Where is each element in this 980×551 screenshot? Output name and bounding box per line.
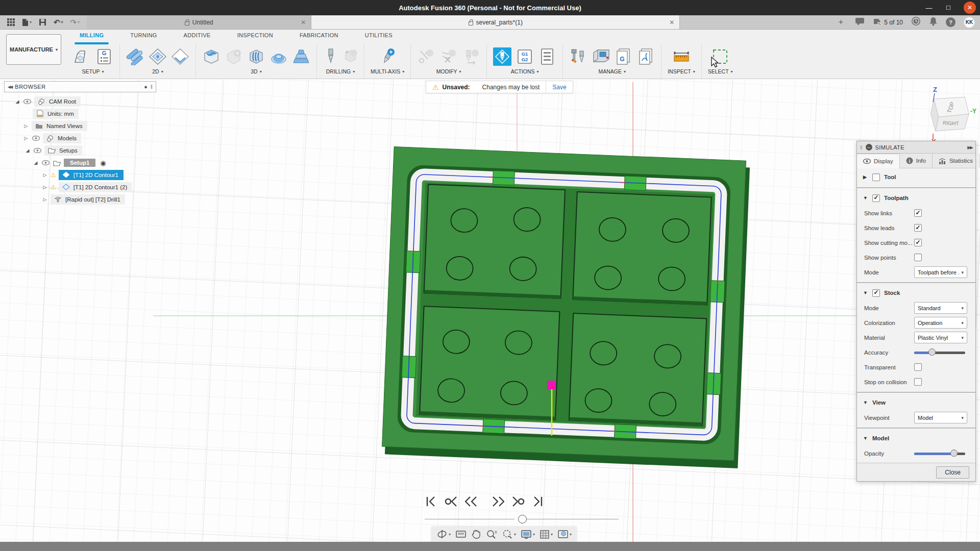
expand-icon[interactable]: ▷ [42,185,48,190]
timeline-track-left[interactable] [425,519,514,519]
toolpath-checkbox[interactable] [872,194,880,202]
help-icon[interactable]: ? [946,17,955,27]
swarf-icon[interactable] [378,47,397,66]
scallop-icon[interactable] [270,47,288,66]
tab-turning[interactable]: TURNING [117,30,170,43]
section-stock[interactable]: ▼ Stock [857,285,975,300]
visibility-eye-icon[interactable] [41,159,50,167]
ncprogram-icon[interactable]: G [95,47,113,66]
zoom-window-icon[interactable]: ▾ [502,529,516,539]
drill-icon[interactable] [323,47,338,66]
expand-icon[interactable]: ▷ [42,172,48,178]
expand-icon[interactable]: ▷ [23,123,29,129]
section-tool[interactable]: ▶ Tool [857,169,975,185]
tree-item-units[interactable]: Units: mm [4,108,156,120]
simulate-icon-active[interactable] [493,47,511,66]
expand-icon[interactable]: ▷ [42,197,48,202]
opacity-slider[interactable] [914,449,965,457]
collapse-icon[interactable]: ▼ [863,400,868,405]
user-avatar[interactable]: KK [964,17,975,28]
post-process-icon[interactable]: G1G2 [516,47,534,66]
tree-item-models[interactable]: ▷ Models [4,132,156,144]
collapse-icon[interactable]: ▼ [863,436,868,441]
previous-operation-button[interactable] [444,495,459,508]
section-view[interactable]: ▼ View [857,395,975,410]
grid-snap-icon[interactable]: ▾ [540,530,553,539]
delete-passes-icon-disabled[interactable] [439,47,458,66]
viewport-canvas[interactable]: ◀◀ BROWSER ● ‖ ◢ CAM Root Units: mm ▷ Na… [0,80,980,542]
hole-recognition-icon-disabled[interactable] [342,47,358,66]
expand-icon[interactable]: ▷ [23,136,29,141]
notifications-bell-icon[interactable] [929,17,938,28]
tree-item-contour1[interactable]: ▷ ⚠ [T1] 2D Contour1 [4,169,156,181]
collapse-icon[interactable]: ▼ [863,290,868,295]
tree-item-contour1-2[interactable]: ▷ ⚠ [T1] 2D Contour1 (2) [4,181,156,193]
panel-collapse-icon[interactable]: – [866,144,872,151]
expand-icon[interactable]: ◢ [33,160,39,165]
tree-item-setup1[interactable]: ◢ Setup1 ◉ [4,157,156,169]
tree-item-drill1[interactable]: ▷ [Rapid out] [T2] Drill1 [4,193,156,206]
go-to-start-button[interactable] [424,495,439,508]
visibility-eye-icon[interactable] [23,98,32,106]
undo-icon[interactable]: ↶▾ [54,18,63,27]
tree-item-cam-root[interactable]: ◢ CAM Root [4,95,156,108]
go-to-end-button[interactable] [530,495,546,508]
tab-display[interactable]: Display [857,154,900,168]
expand-icon[interactable]: ◢ [14,99,20,104]
tab-utilities[interactable]: UTILITIES [352,30,406,43]
job-history-clock-icon[interactable] [911,16,921,28]
visibility-eye-icon[interactable] [33,147,42,155]
zoom-icon[interactable]: ± [486,529,497,539]
document-tab-untitled[interactable]: Untitled ✕ [87,15,311,29]
simulation-timeline[interactable] [0,514,980,524]
view-cube[interactable]: TOP RIGHT Z -Y X [918,80,979,146]
adaptive-clearing-icon[interactable] [202,47,220,66]
document-tab-several-parts[interactable]: several_parts*(1) ✕ [311,15,680,29]
orbit-icon[interactable]: ▾ [436,529,451,539]
generate-gcode-docs-icon[interactable]: G [614,47,632,66]
app-grid-icon[interactable] [7,18,15,26]
setup-sheet-icon[interactable] [538,47,556,66]
close-tab-icon[interactable]: ✕ [669,19,674,26]
2d-contour-icon[interactable] [171,47,189,66]
tab-additive[interactable]: ADDITIVE [170,30,224,43]
expand-icon[interactable]: ◢ [24,148,31,153]
new-tab-icon[interactable]: ＋ [837,17,845,28]
timeline-handle[interactable] [518,515,527,523]
active-setup-radio-icon[interactable]: ◉ [100,159,106,167]
show-cutting-moves-checkbox[interactable] [914,239,922,246]
simulate-panel-header[interactable]: ‖ – SIMULATE ▶▶ [857,141,975,154]
machine-library-icon[interactable] [592,47,610,66]
stock-checkbox[interactable] [872,289,880,297]
viewpoint-dropdown[interactable]: Model [914,412,967,423]
new-setup-icon[interactable] [72,47,91,66]
tool-library-icon[interactable] [569,47,587,66]
tool-checkbox[interactable] [872,173,880,181]
selected-operation[interactable]: [T1] 2D Contour1 [59,170,124,180]
close-button[interactable]: Close [936,466,969,479]
measure-icon[interactable] [672,47,691,66]
collapse-browser-icon[interactable]: ◀◀ [8,85,12,89]
tree-item-named-views[interactable]: ▷ Named Views [4,120,156,132]
save-icon[interactable] [39,18,46,26]
stop-on-collision-checkbox[interactable] [914,378,922,386]
tab-info[interactable]: i Info [900,154,933,168]
comments-icon[interactable] [855,17,865,28]
maximize-button[interactable]: ☐ [944,5,952,11]
material-dropdown[interactable]: Plastic Vinyl [914,332,967,343]
accuracy-slider[interactable] [914,348,965,356]
play-forward-button[interactable] [491,495,506,508]
browser-header[interactable]: ◀◀ BROWSER ● ‖ [4,81,156,92]
edit-passes-icon-disabled[interactable] [462,47,480,66]
tab-statistics[interactable]: Statistics [933,154,979,168]
redo-icon[interactable]: ↷▾ [70,18,80,27]
browser-minimize-icon[interactable]: ● [144,84,148,90]
tab-milling[interactable]: MILLING [66,30,117,43]
workspace-selector[interactable]: MANUFACTURE▾ [6,34,61,65]
file-menu-icon[interactable]: ▾ [22,18,32,27]
tab-fabrication[interactable]: FABRICATION [286,30,352,43]
close-tab-icon[interactable]: ✕ [301,19,306,26]
transparent-checkbox[interactable] [914,363,922,371]
pan-icon[interactable] [471,529,481,539]
close-window-button[interactable]: ✕ [964,2,976,14]
